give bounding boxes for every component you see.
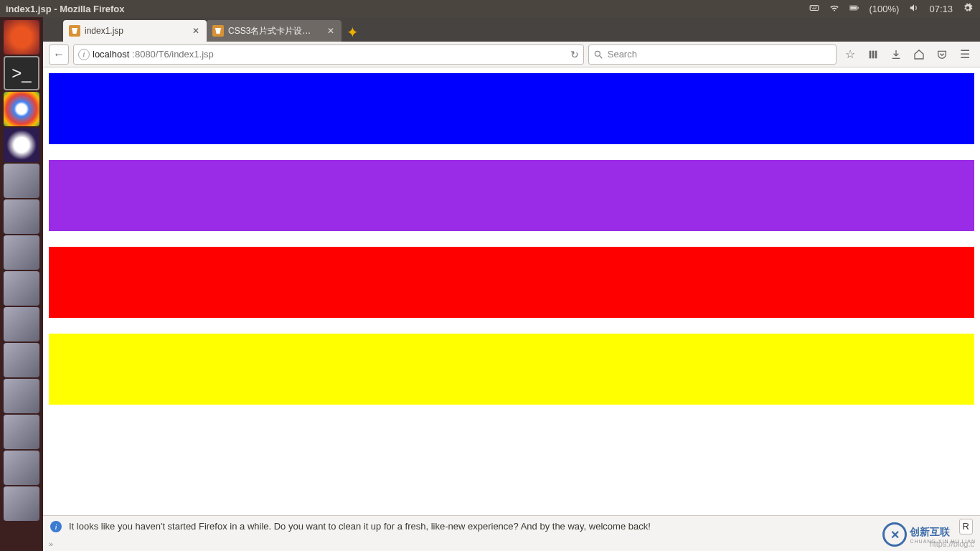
svg-rect-13 — [875, 50, 877, 58]
site-info-icon[interactable]: i — [78, 49, 90, 60]
tab-title: index1.jsp — [85, 26, 187, 36]
search-bar[interactable]: Search — [588, 44, 837, 65]
tab-close-button[interactable]: ✕ — [191, 26, 201, 36]
url-host: localhost — [93, 49, 129, 60]
svg-rect-8 — [857, 6, 858, 8]
notification-message: It looks like you haven't started Firefo… — [69, 521, 651, 532]
bookmark-star-icon[interactable]: ☆ — [841, 44, 859, 65]
launcher-app-13[interactable] — [4, 451, 39, 485]
browser-window: index1.jsp ✕ CSS3名片式卡片设… ✕ ✦ ← i localho… — [43, 17, 980, 551]
hamburger-menu-icon[interactable]: ☰ — [956, 44, 974, 65]
window-title: index1.jsp - Mozilla Firefox — [6, 4, 809, 14]
unity-launcher: >_ — [0, 17, 43, 551]
new-tab-button[interactable]: ✦ — [341, 23, 363, 42]
tab-active[interactable]: index1.jsp ✕ — [63, 20, 207, 42]
launcher-app-10[interactable] — [4, 343, 39, 377]
svg-rect-14 — [892, 57, 900, 58]
favicon-icon — [69, 25, 80, 37]
notification-bar: i It looks like you haven't started Fire… — [43, 515, 980, 537]
svg-point-9 — [595, 51, 600, 56]
url-bar[interactable]: i localhost:8080/T6/index1.jsp ↻ — [73, 44, 584, 65]
favicon-icon — [212, 25, 224, 37]
svg-rect-12 — [872, 50, 875, 58]
tab-strip: index1.jsp ✕ CSS3名片式卡片设… ✕ ✦ — [43, 17, 980, 42]
gear-icon[interactable] — [963, 3, 974, 14]
launcher-terminal[interactable]: >_ — [4, 56, 39, 90]
launcher-eclipse[interactable] — [4, 128, 39, 162]
launcher-app-14[interactable] — [4, 486, 39, 521]
launcher-app-6[interactable] — [4, 199, 39, 234]
tab-close-button[interactable]: ✕ — [326, 26, 336, 36]
system-tray: (100%) 07:13 — [809, 3, 980, 15]
battery-percent: (100%) — [870, 4, 900, 14]
color-bar-3 — [49, 247, 974, 318]
system-menubar: index1.jsp - Mozilla Firefox (100%) 07:1… — [0, 0, 980, 17]
launcher-app-9[interactable] — [4, 307, 39, 342]
launcher-dash[interactable] — [4, 20, 39, 55]
color-bar-1 — [49, 73, 974, 144]
launcher-app-12[interactable] — [4, 415, 39, 449]
svg-line-10 — [599, 55, 602, 58]
search-placeholder: Search — [608, 49, 637, 60]
launcher-app-5[interactable] — [4, 164, 39, 198]
volume-icon[interactable] — [909, 3, 919, 15]
browser-toolbar: ← i localhost:8080/T6/index1.jsp ↻ Searc… — [43, 42, 980, 67]
svg-rect-0 — [810, 5, 819, 10]
svg-rect-3 — [814, 6, 815, 7]
back-button[interactable]: ← — [49, 44, 69, 65]
status-hint-url: https://blog.c — [930, 540, 974, 548]
info-icon: i — [50, 521, 62, 532]
reload-button[interactable]: ↻ — [570, 49, 579, 60]
launcher-app-7[interactable] — [4, 235, 39, 270]
svg-rect-1 — [811, 6, 811, 7]
page-content — [43, 67, 980, 551]
downloads-icon[interactable] — [887, 44, 905, 65]
battery-icon[interactable] — [849, 3, 859, 15]
status-chevron: » — [49, 540, 53, 548]
home-icon[interactable] — [910, 44, 928, 65]
svg-rect-5 — [812, 8, 816, 9]
url-path: :8080/T6/index1.jsp — [132, 49, 213, 60]
launcher-chrome[interactable] — [4, 92, 39, 126]
clock: 07:13 — [929, 4, 953, 14]
color-bar-4 — [49, 334, 974, 405]
launcher-app-11[interactable] — [4, 379, 39, 413]
library-icon[interactable] — [864, 44, 882, 65]
keyboard-icon[interactable] — [809, 3, 819, 15]
search-icon — [593, 50, 603, 60]
tab-inactive[interactable]: CSS3名片式卡片设… ✕ — [207, 20, 341, 42]
wifi-icon[interactable] — [829, 3, 839, 15]
launcher-app-8[interactable] — [4, 271, 39, 306]
svg-rect-2 — [813, 6, 814, 7]
svg-rect-11 — [870, 50, 872, 58]
pocket-icon[interactable] — [933, 44, 951, 65]
svg-rect-7 — [850, 6, 857, 9]
tab-title: CSS3名片式卡片设… — [228, 25, 321, 37]
svg-rect-4 — [816, 6, 816, 7]
notification-button[interactable]: R — [959, 519, 973, 534]
color-bar-2 — [49, 160, 974, 231]
status-bar: » https://blog.c — [43, 537, 980, 551]
